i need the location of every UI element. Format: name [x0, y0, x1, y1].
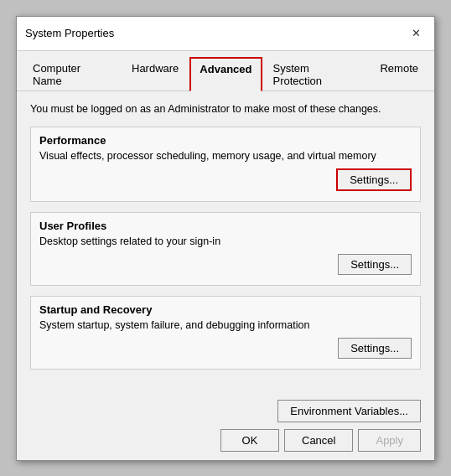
- tab-computer-name[interactable]: Computer Name: [23, 57, 121, 91]
- close-icon: ✕: [412, 27, 421, 39]
- user-profiles-settings-button[interactable]: Settings...: [338, 254, 412, 275]
- footer-top: Environment Variables...: [30, 400, 421, 422]
- performance-desc: Visual effects, processor scheduling, me…: [39, 150, 412, 162]
- user-profiles-btn-row: Settings...: [39, 254, 412, 275]
- performance-label: Performance: [39, 134, 412, 147]
- startup-recovery-btn-row: Settings...: [39, 338, 412, 359]
- close-button[interactable]: ✕: [406, 23, 426, 44]
- environment-variables-button[interactable]: Environment Variables...: [277, 400, 421, 422]
- footer-bottom: OK Cancel Apply: [220, 429, 421, 452]
- tab-bar: Computer Name Hardware Advanced System P…: [17, 51, 434, 91]
- startup-recovery-settings-button[interactable]: Settings...: [338, 338, 412, 359]
- title-bar: System Properties ✕: [17, 17, 434, 51]
- tab-advanced[interactable]: Advanced: [189, 57, 262, 91]
- cancel-button[interactable]: Cancel: [284, 429, 353, 452]
- performance-settings-button[interactable]: Settings...: [336, 168, 412, 191]
- ok-button[interactable]: OK: [220, 429, 279, 452]
- startup-recovery-desc: System startup, system failure, and debu…: [39, 319, 412, 331]
- apply-button[interactable]: Apply: [358, 429, 421, 452]
- tab-system-protection[interactable]: System Protection: [264, 57, 370, 91]
- admin-notice: You must be logged on as an Administrato…: [30, 103, 421, 115]
- user-profiles-section: User Profiles Desktop settings related t…: [30, 212, 421, 286]
- system-properties-window: System Properties ✕ Computer Name Hardwa…: [16, 16, 435, 461]
- user-profiles-desc: Desktop settings related to your sign-in: [39, 235, 412, 247]
- performance-section: Performance Visual effects, processor sc…: [30, 127, 421, 202]
- performance-btn-row: Settings...: [39, 168, 412, 191]
- tab-remote[interactable]: Remote: [371, 57, 428, 91]
- tab-content: You must be logged on as an Administrato…: [17, 91, 434, 391]
- startup-recovery-section: Startup and Recovery System startup, sys…: [30, 296, 421, 370]
- tab-hardware[interactable]: Hardware: [122, 57, 188, 91]
- startup-recovery-label: Startup and Recovery: [39, 303, 412, 316]
- user-profiles-label: User Profiles: [39, 220, 412, 232]
- window-title: System Properties: [25, 27, 114, 39]
- footer: Environment Variables... OK Cancel Apply: [17, 391, 434, 460]
